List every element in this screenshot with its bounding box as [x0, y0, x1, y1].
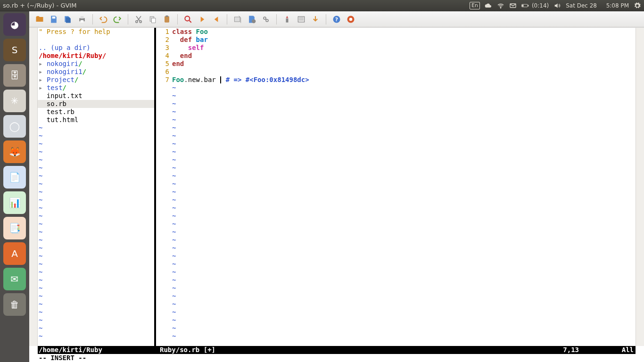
script-button[interactable]	[259, 13, 272, 26]
launcher-firefox[interactable]: 🦊	[3, 140, 26, 163]
status-filename: Ruby/so.rb [+]	[160, 346, 215, 354]
launcher-software[interactable]: A	[3, 242, 26, 265]
sound-icon[interactable]	[553, 2, 561, 9]
open-button[interactable]	[33, 13, 46, 26]
cloud-icon[interactable]	[485, 2, 492, 9]
svg-point-0	[500, 8, 501, 8]
launcher-impress[interactable]: 📑	[3, 217, 26, 239]
findprev-button[interactable]	[210, 13, 223, 26]
svg-rect-8	[81, 20, 84, 22]
launcher-writer[interactable]: 📄	[3, 166, 26, 189]
vim-mode: -- INSERT --	[38, 354, 636, 362]
save-button[interactable]	[47, 13, 60, 26]
svg-point-25	[349, 17, 353, 21]
wifi-icon[interactable]	[497, 2, 504, 9]
cursor-position: 7,13	[563, 346, 579, 354]
svg-text:?: ?	[335, 16, 338, 23]
shell-button[interactable]	[295, 13, 308, 26]
status-left-file: /home/kirti/Ruby	[38, 346, 154, 354]
unity-launcher: ◕S🗄✳◯🦊📄📊📑A✉🗑	[0, 11, 29, 362]
make-button[interactable]	[281, 13, 294, 26]
svg-rect-5	[52, 16, 56, 18]
svg-rect-20	[286, 18, 289, 22]
launcher-calc[interactable]: 📊	[3, 191, 26, 214]
svg-rect-13	[165, 16, 169, 22]
svg-rect-16	[234, 17, 240, 22]
svg-rect-14	[166, 15, 168, 16]
scroll-percent: All	[622, 346, 634, 354]
svg-rect-4	[522, 5, 523, 6]
svg-rect-21	[298, 16, 304, 22]
cut-button[interactable]	[132, 13, 145, 26]
launcher-pidgin[interactable]: ✉	[3, 268, 26, 290]
battery-indicator[interactable]: (0:14)	[521, 2, 549, 9]
launcher-dash[interactable]: ◕	[3, 13, 26, 36]
svg-point-15	[185, 16, 190, 21]
undo-button[interactable]	[97, 13, 110, 26]
system-menubar: so.rb + (~/Ruby) - GVIM En (0:14) Sat De…	[0, 0, 644, 11]
scrollbar-left[interactable]	[29, 28, 38, 346]
redo-button[interactable]	[111, 13, 124, 26]
saveall-button[interactable]	[61, 13, 74, 26]
status-right: Ruby/so.rb [+] 7,13 All	[159, 346, 636, 354]
clock[interactable]: Sat Dec 28 5:08 PM	[566, 2, 629, 9]
code-pane[interactable]: 1 2 3 4 5 6 7 class Foo def bar self end…	[159, 28, 636, 346]
find-button[interactable]	[182, 13, 195, 26]
help-button[interactable]: ?	[330, 13, 343, 26]
svg-rect-12	[152, 18, 156, 23]
split-divider[interactable]	[154, 28, 159, 346]
gvim-toolbar: ?	[29, 11, 644, 27]
editor-area: " Press ? for help .. (up a dir)/home/ki…	[29, 27, 644, 346]
svg-point-9	[136, 20, 138, 22]
scrollbar-right[interactable]	[636, 28, 644, 346]
window-title: so.rb + (~/Ruby) - GVIM	[3, 2, 76, 9]
launcher-files[interactable]: 🗄	[3, 64, 26, 87]
mail-icon[interactable]	[509, 2, 517, 9]
status-line: /home/kirti/Ruby Ruby/so.rb [+] 7,13 All	[29, 346, 644, 354]
findnext-button[interactable]	[196, 13, 209, 26]
svg-rect-7	[81, 16, 84, 18]
copy-button[interactable]	[146, 13, 159, 26]
paste-button[interactable]	[160, 13, 173, 26]
session-button[interactable]	[231, 13, 244, 26]
keyboard-indicator[interactable]: En	[470, 2, 480, 9]
gvim-window: ? " Press ? for help .. (up a dir)/home/…	[29, 11, 644, 362]
launcher-keepass[interactable]: ✳	[3, 90, 26, 112]
launcher-trash[interactable]: 🗑	[3, 293, 26, 316]
svg-point-10	[140, 20, 141, 22]
tags-button[interactable]	[309, 13, 322, 26]
svg-point-17	[252, 19, 256, 23]
svg-rect-3	[528, 5, 528, 6]
launcher-sublime[interactable]: S	[3, 39, 26, 61]
session-save-button[interactable]	[245, 13, 258, 26]
gear-icon[interactable]	[634, 2, 641, 9]
print-button[interactable]	[75, 13, 89, 26]
launcher-chromium[interactable]: ◯	[3, 115, 26, 138]
findhelp-button[interactable]	[344, 13, 357, 26]
nerdtree-pane[interactable]: " Press ? for help .. (up a dir)/home/ki…	[38, 28, 154, 346]
